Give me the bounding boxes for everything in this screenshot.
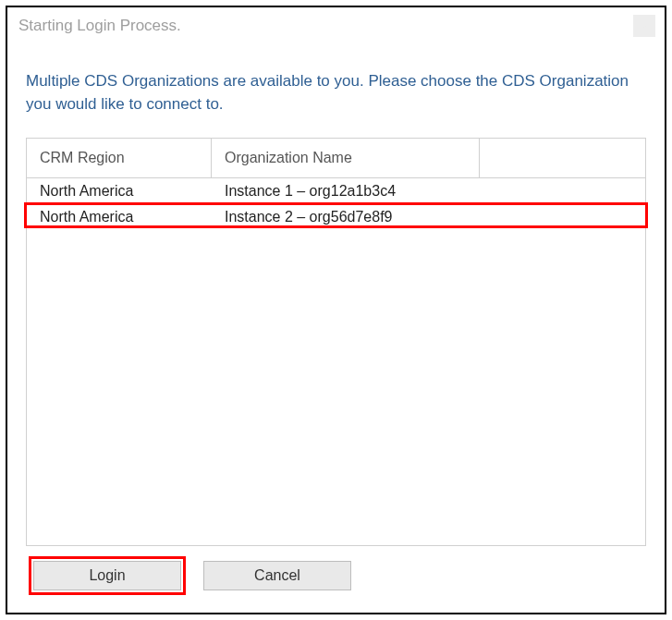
table-row[interactable]: North America Instance 2 – org56d7e8f9 xyxy=(27,204,645,230)
login-button-wrap: Login xyxy=(33,561,181,590)
login-dialog: Starting Login Process. × Multiple CDS O… xyxy=(6,6,666,614)
login-button[interactable]: Login xyxy=(33,561,181,590)
cell-org: Instance 1 – org12a1b3c4 xyxy=(212,178,480,204)
instructions-text: Multiple CDS Organizations are available… xyxy=(26,70,646,115)
grid-header: CRM Region Organization Name xyxy=(27,139,645,178)
cell-org: Instance 2 – org56d7e8f9 xyxy=(212,204,480,230)
header-region[interactable]: CRM Region xyxy=(27,139,212,177)
cell-region: North America xyxy=(27,204,212,230)
cancel-button[interactable]: Cancel xyxy=(203,561,351,590)
close-icon[interactable]: × xyxy=(633,15,655,37)
table-row[interactable]: North America Instance 1 – org12a1b3c4 xyxy=(27,178,645,204)
header-extra xyxy=(480,139,645,177)
titlebar: Starting Login Process. × xyxy=(7,7,665,44)
header-organization[interactable]: Organization Name xyxy=(212,139,480,177)
dialog-footer: Login Cancel xyxy=(26,546,646,600)
cell-region: North America xyxy=(27,178,212,204)
grid-body: North America Instance 1 – org12a1b3c4 N… xyxy=(27,178,645,545)
window-title: Starting Login Process. xyxy=(18,17,181,35)
dialog-content: Multiple CDS Organizations are available… xyxy=(7,44,665,613)
organization-grid: CRM Region Organization Name North Ameri… xyxy=(26,138,646,546)
